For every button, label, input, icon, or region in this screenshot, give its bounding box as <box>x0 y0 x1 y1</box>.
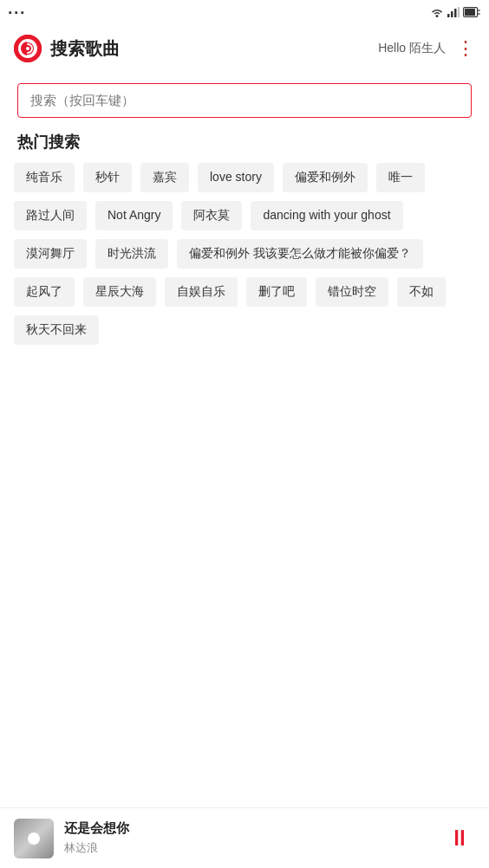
hot-search-tag[interactable]: 偏爱和例外 <box>283 163 368 192</box>
hot-search-tag[interactable]: love story <box>198 163 274 192</box>
wifi-icon <box>430 7 444 17</box>
battery-icon <box>463 7 480 17</box>
hot-search-tag[interactable]: 星辰大海 <box>83 277 156 307</box>
status-time: ▪ ▪ ▪ <box>9 7 24 17</box>
status-bar: ▪ ▪ ▪ <box>0 0 489 24</box>
now-playing-bar: 还是会想你 林达浪 ⏸ <box>0 807 489 868</box>
search-box[interactable] <box>17 83 472 118</box>
now-playing-left: 还是会想你 林达浪 <box>14 819 129 858</box>
app-logo <box>14 35 42 62</box>
svg-rect-2 <box>454 9 457 17</box>
hot-search-tag[interactable]: 阿衣莫 <box>181 201 242 230</box>
song-info: 还是会想你 林达浪 <box>64 820 129 856</box>
tags-container: 纯音乐秒针嘉宾love story偏爱和例外唯一路过人间Not Angry阿衣莫… <box>0 163 489 345</box>
search-input[interactable] <box>30 93 459 107</box>
hot-search-tag[interactable]: 纯音乐 <box>14 163 75 192</box>
svg-point-8 <box>14 35 42 62</box>
app-title: 搜索歌曲 <box>50 37 120 61</box>
app-header: 搜索歌曲 Hello 陌生人 ⋮ <box>0 24 489 73</box>
menu-icon[interactable]: ⋮ <box>456 37 475 60</box>
hot-search-tag[interactable]: 自娱自乐 <box>165 277 238 307</box>
svg-rect-3 <box>458 7 460 17</box>
pause-button[interactable]: ⏸ <box>444 823 475 854</box>
hot-search-tag[interactable]: 不如 <box>397 277 446 307</box>
album-art-image <box>14 819 54 858</box>
album-art <box>14 819 54 858</box>
hot-search-tag[interactable]: dancing with your ghost <box>251 201 402 230</box>
hot-search-title: 热门搜索 <box>17 132 472 152</box>
signal-icon <box>447 7 460 17</box>
header-left: 搜索歌曲 <box>14 35 120 62</box>
song-title: 还是会想你 <box>64 820 129 837</box>
hot-search-tag[interactable]: 偏爱和例外 我该要怎么做才能被你偏爱？ <box>177 239 423 269</box>
svg-rect-5 <box>465 9 475 16</box>
hot-search-tag[interactable]: 错位时空 <box>316 277 388 307</box>
status-right <box>430 7 480 17</box>
pause-icon: ⏸ <box>448 825 471 852</box>
hot-search-tag[interactable]: 时光洪流 <box>95 239 168 269</box>
hot-search-tag[interactable]: 删了吧 <box>246 277 307 307</box>
header-right: Hello 陌生人 ⋮ <box>378 37 475 60</box>
status-left: ▪ ▪ ▪ <box>9 7 24 17</box>
greeting-text: Hello 陌生人 <box>378 41 446 56</box>
hot-search-tag[interactable]: 漠河舞厅 <box>14 239 87 269</box>
hot-search-tag[interactable]: 秒针 <box>83 163 132 192</box>
svg-point-9 <box>26 47 29 50</box>
svg-rect-1 <box>451 11 453 17</box>
song-artist: 林达浪 <box>64 840 129 856</box>
hot-search-tag[interactable]: 秋天不回来 <box>14 315 99 345</box>
play-controls[interactable]: ⏸ <box>444 823 475 854</box>
hot-search-tag[interactable]: 唯一 <box>376 163 425 192</box>
hot-search-tag[interactable]: 起风了 <box>14 277 75 307</box>
hot-search-tag[interactable]: 嘉宾 <box>140 163 189 192</box>
svg-rect-0 <box>447 14 450 17</box>
hot-search-tag[interactable]: 路过人间 <box>14 201 87 230</box>
hot-search-tag[interactable]: Not Angry <box>95 201 173 230</box>
